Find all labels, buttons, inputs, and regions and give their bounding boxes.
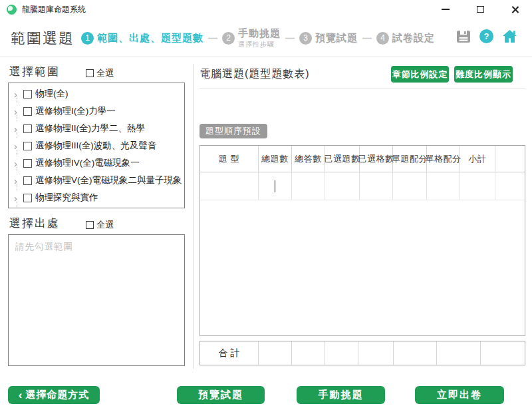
maximize-button[interactable] — [463, 0, 497, 19]
range-item-label[interactable]: 選修物理II(全)力學二、熱學 — [35, 122, 145, 134]
range-tree-item[interactable]: 物理(全) — [9, 85, 184, 103]
range-section-title: 選擇範圍 — [9, 64, 60, 79]
step-3-number: 3 — [299, 32, 312, 45]
cell-total-questions[interactable] — [259, 172, 292, 200]
preview-questions-button[interactable]: 預覽試題 — [177, 386, 265, 404]
step-2-sublabel: 選擇性步驟 — [238, 40, 281, 49]
range-item-label[interactable]: 物理(全) — [35, 88, 68, 100]
table-header-cell: 總答數 — [292, 146, 325, 172]
table-total-row: 合 計 — [200, 341, 525, 365]
range-tree: 物理(全) 選修物理I(全)力學一 選修物理II(全)力學二、熱學 選修物理II… — [8, 83, 185, 208]
maximize-icon — [477, 6, 484, 13]
wizard-steps: 1 範圍、出處、題型題數 — 2 手動挑題 選擇性步驟 — 3 預覽試題 — 4… — [81, 19, 435, 57]
source-list: 請先勾選範圍 — [8, 234, 185, 366]
panel-divider — [193, 64, 194, 369]
range-select-all[interactable]: 全選 — [86, 67, 114, 79]
table-header-cell: 已選題數 — [325, 146, 360, 172]
type-order-default-button[interactable]: 題型順序預設 — [200, 124, 267, 138]
cell-points-per-question[interactable] — [393, 172, 427, 200]
range-item-checkbox[interactable] — [23, 159, 32, 168]
step-3-preview[interactable]: 3 預覽試題 — [299, 32, 358, 45]
chapter-ratio-button[interactable]: 章節比例設定 — [391, 66, 449, 83]
cell-selected-blanks[interactable] — [360, 172, 393, 200]
table-header-cell: 單格配分 — [427, 146, 460, 172]
right-section-divider — [200, 88, 525, 89]
range-item-checkbox[interactable] — [23, 124, 32, 133]
source-select-all-checkbox[interactable] — [86, 221, 94, 229]
step-4-label: 試卷設定 — [392, 32, 435, 45]
cell-points-per-blank[interactable] — [427, 172, 460, 200]
cell-selected-questions[interactable] — [325, 172, 360, 200]
step-4-number: 4 — [376, 32, 389, 45]
question-type-table: 題 型總題數總答數已選題數已選格數單題配分單格配分小計 — [200, 145, 525, 336]
difficulty-ratio-button[interactable]: 難度比例顯示 — [454, 66, 513, 83]
range-tree-item[interactable]: 選修物理IV(全)電磁現象一 — [9, 154, 184, 172]
range-tree-item[interactable]: 物理探究與實作 — [9, 189, 184, 206]
manual-pick-button[interactable]: 手動挑題 — [297, 386, 385, 404]
range-item-checkbox[interactable] — [23, 90, 32, 99]
cell-total-answers[interactable] — [292, 172, 325, 200]
window-title: 龍騰題庫命題系統 — [22, 4, 86, 15]
tree-connector — [17, 202, 17, 207]
range-select-all-label: 全選 — [96, 67, 114, 79]
total-label-cell: 合 計 — [200, 341, 259, 365]
step-1-label: 範圍、出處、題型題數 — [97, 32, 203, 45]
table-header-cell — [495, 146, 525, 172]
source-select-all[interactable]: 全選 — [86, 219, 114, 231]
table-header-row: 題 型總題數總答數已選題數已選格數單題配分單格配分小計 — [200, 146, 525, 172]
cell-question-type[interactable] — [200, 172, 259, 200]
step-separator: — — [285, 33, 295, 43]
minimize-button[interactable] — [428, 0, 463, 19]
expand-chevron-icon[interactable] — [14, 124, 23, 134]
back-to-method-button[interactable]: 選擇命題方式 — [8, 386, 100, 404]
range-tree-item[interactable]: 選修物理III(全)波動、光及聲音 — [9, 137, 184, 154]
total-cell — [325, 341, 358, 365]
step-1-range[interactable]: 1 範圍、出處、題型題數 — [81, 32, 203, 45]
range-item-checkbox[interactable] — [23, 194, 32, 202]
back-button-label: 選擇命題方式 — [25, 389, 89, 401]
total-cell — [292, 341, 325, 365]
range-item-label[interactable]: 選修物理IV(全)電磁現象一 — [35, 157, 140, 169]
expand-chevron-icon[interactable] — [14, 193, 23, 203]
expand-chevron-icon[interactable] — [14, 89, 23, 99]
expand-chevron-icon[interactable] — [14, 176, 23, 186]
close-icon — [511, 5, 519, 14]
step-4-paper-settings[interactable]: 4 試卷設定 — [376, 32, 435, 45]
range-tree-item[interactable]: 選修物理I(全)力學一 — [9, 103, 184, 120]
step-2-manual-pick[interactable]: 2 手動挑題 選擇性步驟 — [222, 27, 281, 49]
range-tree-item[interactable]: 選修物理V(全)電磁現象二與量子現象 — [9, 172, 184, 189]
range-item-label[interactable]: 選修物理I(全)力學一 — [35, 105, 116, 117]
expand-chevron-icon[interactable] — [14, 106, 23, 116]
total-cell — [394, 341, 437, 365]
table-header-cell: 已選格數 — [360, 146, 393, 172]
expand-chevron-icon[interactable] — [14, 141, 23, 151]
range-item-label[interactable]: 選修物理III(全)波動、光及聲音 — [35, 140, 156, 152]
total-cell — [437, 341, 481, 365]
generate-paper-button[interactable]: 立即出卷 — [415, 386, 504, 404]
range-item-checkbox[interactable] — [23, 176, 32, 185]
computer-select-title: 電腦選題(題型題數表) — [200, 67, 310, 81]
home-button[interactable] — [502, 29, 517, 43]
header: 範圍選題 1 範圍、出處、題型題數 — 2 手動挑題 選擇性步驟 — 3 預覽試… — [0, 19, 532, 57]
save-button[interactable] — [456, 30, 471, 43]
minimize-icon — [442, 9, 450, 10]
table-header-cell: 小計 — [460, 146, 495, 172]
range-item-label[interactable]: 物理探究與實作 — [35, 192, 98, 204]
range-item-label[interactable]: 選修物理V(全)電磁現象二與量子現象 — [35, 174, 182, 186]
range-item-checkbox[interactable] — [23, 107, 32, 116]
text-cursor — [275, 180, 276, 192]
expand-chevron-icon[interactable] — [14, 158, 23, 168]
close-button[interactable] — [497, 0, 532, 19]
help-button[interactable] — [479, 29, 493, 43]
titlebar: 龍騰題庫命題系統 — [0, 0, 532, 19]
range-select-all-checkbox[interactable] — [86, 69, 94, 77]
app-logo-icon — [7, 5, 17, 15]
cell-subtotal[interactable] — [460, 172, 495, 200]
total-cell — [358, 341, 394, 365]
table-header-cell: 總題數 — [259, 146, 292, 172]
header-icons — [456, 29, 517, 43]
table-header-cell: 單題配分 — [393, 146, 427, 172]
range-tree-item[interactable]: 選修物理II(全)力學二、熱學 — [9, 120, 184, 137]
cell-extra[interactable] — [495, 172, 525, 200]
range-item-checkbox[interactable] — [23, 142, 32, 150]
